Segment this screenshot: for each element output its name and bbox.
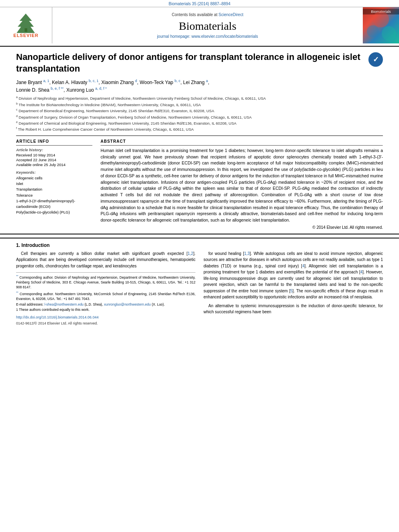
crossmark-badge[interactable]: ✓ xyxy=(368,52,383,67)
doi-link[interactable]: http://dx.doi.org/10.1016/j.biomaterials… xyxy=(16,315,195,320)
keyword-4: Tolerance xyxy=(16,193,93,198)
intro-title: Introduction xyxy=(21,242,49,248)
keywords-list: Allogeneic cells Islet Transplantation T… xyxy=(16,175,93,216)
introduction-heading: 1. Introduction xyxy=(16,242,383,248)
email-luo[interactable]: xunrongluo@northwestern.edu xyxy=(104,302,150,306)
abstract-divider xyxy=(101,145,383,146)
section-divider xyxy=(16,136,383,136)
article-info-column: ARTICLE INFO Article history: Received 1… xyxy=(16,139,93,230)
keywords-section: Keywords: Allogeneic cells Islet Transpl… xyxy=(16,170,93,216)
affiliations: a Division of Nephrology and Hypertensio… xyxy=(16,95,383,132)
affiliation-e: e Department of Chemical and Biological … xyxy=(16,120,383,126)
intro-right-para1: for wound healing [1,3]. While autologou… xyxy=(204,251,383,300)
crossmark-icon: ✓ xyxy=(373,55,379,64)
affiliation-b: b The Institute for BioNanotechnology in… xyxy=(16,102,383,107)
keywords-label: Keywords: xyxy=(16,170,93,175)
article-info-heading: ARTICLE INFO xyxy=(16,139,93,144)
elsevier-logo-area: ELSEVIER xyxy=(0,7,52,43)
journal-header: Biomaterials 35 (2014) 8887–8894 ELSEVIE… xyxy=(0,0,399,47)
affiliation-d: d Department of Surgery, Division of Org… xyxy=(16,114,383,120)
journal-homepage: journal homepage: www.elsevier.com/locat… xyxy=(157,34,258,39)
article-info-abstract: ARTICLE INFO Article history: Received 1… xyxy=(16,139,383,230)
intro-right-para2: An alternative to systemic immunosuppres… xyxy=(204,303,383,315)
footnote-emails: E-mail addresses: l-shea@northwestern.ed… xyxy=(16,302,195,307)
elsevier-logo: ELSEVIER xyxy=(13,13,38,38)
article-history-label: Article history: xyxy=(16,148,93,152)
article-title-area: Nanoparticle delivery of donor antigens … xyxy=(0,47,399,234)
footnote-star-star: ** Corresponding author. Division of Nep… xyxy=(16,274,195,290)
article-info-divider xyxy=(16,145,93,146)
elsevier-tree-icon xyxy=(15,13,37,33)
intro-right-col: for wound healing [1,3]. While autologou… xyxy=(204,251,383,327)
sciencedirect-line: Contents lists available at ScienceDirec… xyxy=(172,12,243,17)
issn-line: 0142-9612/© 2014 Elsevier Ltd. All right… xyxy=(16,321,195,327)
keyword-5: 1-ethyl-3-(3′-dimethylaminopropyl)-carbo… xyxy=(16,198,93,210)
abstract-column: ABSTRACT Human islet cell transplantatio… xyxy=(101,139,383,230)
introduction-columns: Cell therapies are currently a billion d… xyxy=(16,251,383,327)
article-title: Nanoparticle delivery of donor antigens … xyxy=(16,51,364,74)
svg-point-2 xyxy=(373,11,389,27)
introduction-section: 1. Introduction Cell therapies are curre… xyxy=(0,238,399,327)
journal-header-content: ELSEVIER Contents lists available at Sci… xyxy=(0,7,399,43)
sciencedirect-text: Contents lists available at xyxy=(172,12,217,17)
intro-number: 1. xyxy=(16,242,20,248)
intro-left-para: Cell therapies are currently a billion d… xyxy=(16,251,195,269)
sciencedirect-link[interactable]: ScienceDirect xyxy=(218,12,243,17)
elsevier-label: ELSEVIER xyxy=(13,33,38,38)
affiliation-f: f The Robert H. Lurie Comprehensive Canc… xyxy=(16,126,383,132)
keyword-1: Allogeneic cells xyxy=(16,175,93,181)
authors-line: Jane Bryant a, 1, Kelan A. Hlavaty b, c,… xyxy=(16,78,383,94)
article-accepted: Accepted 22 June 2014 xyxy=(16,158,93,162)
affiliation-a: a Division of Nephrology and Hypertensio… xyxy=(16,95,383,101)
svg-point-4 xyxy=(382,26,396,41)
keyword-3: Transplantation xyxy=(16,187,93,192)
journal-center: Contents lists available at ScienceDirec… xyxy=(52,7,363,43)
keyword-6: Poly(lactide-co-glycolide) (PLG) xyxy=(16,210,93,215)
journal-title: Biomaterials xyxy=(179,20,236,33)
svg-marker-1 xyxy=(16,14,35,33)
keyword-2: Islet xyxy=(16,181,93,187)
article-available: Available online 25 July 2014 xyxy=(16,162,93,167)
email-label: E-mail addresses: xyxy=(16,302,44,306)
journal-cover-image: Biomaterials xyxy=(363,7,399,43)
footnote-star: ** Corresponding author. Northwestern Un… xyxy=(16,291,195,302)
svg-point-3 xyxy=(367,25,379,37)
email-shea[interactable]: l-shea@northwestern.edu xyxy=(44,302,83,306)
article-received: Received 10 May 2014 xyxy=(16,153,93,157)
cover-image-icon xyxy=(363,7,399,43)
footnote-equal-contribution: 1 These authors contributed equally to t… xyxy=(16,308,195,312)
affiliation-c: c Department of Biomedical Engineering, … xyxy=(16,108,383,113)
content-divider xyxy=(0,234,399,234)
footnote-area: ** Corresponding author. Division of Nep… xyxy=(16,272,195,312)
journal-id: Biomaterials 35 (2014) 8887–8894 xyxy=(169,0,230,7)
abstract-heading: ABSTRACT xyxy=(101,139,383,144)
intro-left-col: Cell therapies are currently a billion d… xyxy=(16,251,195,327)
abstract-text: Human islet cell transplantation is a pr… xyxy=(101,148,383,224)
page: Biomaterials 35 (2014) 8887–8894 ELSEVIE… xyxy=(0,0,399,327)
email-shea-label: (L.D. Shea), xyxy=(84,302,103,306)
abstract-copyright: © 2014 Elsevier Ltd. All rights reserved… xyxy=(101,225,383,230)
email-luo-label: (X. Luo). xyxy=(152,302,165,306)
